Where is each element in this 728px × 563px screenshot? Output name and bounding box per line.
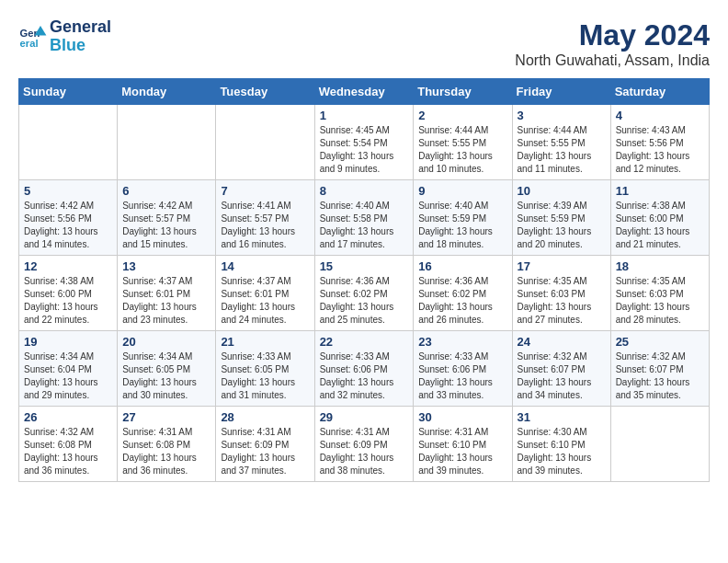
calendar-cell <box>118 105 216 180</box>
day-info: Sunrise: 4:31 AMSunset: 6:08 PMDaylight:… <box>122 426 210 477</box>
day-number: 19 <box>24 335 112 349</box>
day-number: 13 <box>122 259 210 273</box>
subtitle: North Guwahati, Assam, India <box>515 52 710 69</box>
calendar-cell: 23Sunrise: 4:33 AMSunset: 6:06 PMDayligh… <box>414 331 512 407</box>
day-number: 23 <box>418 335 506 349</box>
day-info: Sunrise: 4:34 AMSunset: 6:05 PMDaylight:… <box>122 350 210 402</box>
day-info: Sunrise: 4:45 AMSunset: 5:54 PMDaylight:… <box>320 124 409 176</box>
weekday-header-row: SundayMondayTuesdayWednesdayThursdayFrid… <box>19 79 710 105</box>
day-number: 24 <box>518 335 606 349</box>
day-info: Sunrise: 4:32 AMSunset: 6:07 PMDaylight:… <box>518 350 606 402</box>
calendar-cell: 3Sunrise: 4:44 AMSunset: 5:55 PMDaylight… <box>512 105 610 180</box>
logo-icon: Gen eral <box>18 22 48 52</box>
calendar-cell: 9Sunrise: 4:40 AMSunset: 5:59 PMDaylight… <box>414 180 512 256</box>
calendar-cell: 22Sunrise: 4:33 AMSunset: 6:06 PMDayligh… <box>314 331 414 407</box>
svg-text:eral: eral <box>20 38 39 49</box>
calendar-cell: 18Sunrise: 4:35 AMSunset: 6:03 PMDayligh… <box>610 256 709 331</box>
day-number: 14 <box>221 259 309 273</box>
calendar-cell: 24Sunrise: 4:32 AMSunset: 6:07 PMDayligh… <box>512 331 610 407</box>
day-number: 27 <box>122 410 210 424</box>
day-number: 2 <box>418 109 506 122</box>
weekday-header: Sunday <box>19 79 118 105</box>
day-number: 22 <box>320 335 409 349</box>
calendar-cell: 25Sunrise: 4:32 AMSunset: 6:07 PMDayligh… <box>610 331 709 407</box>
day-number: 30 <box>418 410 506 424</box>
day-info: Sunrise: 4:36 AMSunset: 6:02 PMDaylight:… <box>418 275 506 327</box>
calendar-week-row: 19Sunrise: 4:34 AMSunset: 6:04 PMDayligh… <box>19 331 710 407</box>
day-info: Sunrise: 4:39 AMSunset: 5:59 PMDaylight:… <box>518 200 606 251</box>
logo-text: General Blue <box>50 18 111 55</box>
day-info: Sunrise: 4:38 AMSunset: 6:00 PMDaylight:… <box>24 275 112 327</box>
calendar-cell: 16Sunrise: 4:36 AMSunset: 6:02 PMDayligh… <box>414 256 512 331</box>
day-info: Sunrise: 4:44 AMSunset: 5:55 PMDaylight:… <box>518 124 606 176</box>
day-info: Sunrise: 4:35 AMSunset: 6:03 PMDaylight:… <box>518 275 606 327</box>
calendar-cell: 13Sunrise: 4:37 AMSunset: 6:01 PMDayligh… <box>118 256 216 331</box>
calendar-cell: 19Sunrise: 4:34 AMSunset: 6:04 PMDayligh… <box>19 331 118 407</box>
day-number: 15 <box>320 259 409 273</box>
calendar-week-row: 12Sunrise: 4:38 AMSunset: 6:00 PMDayligh… <box>19 256 710 331</box>
day-info: Sunrise: 4:40 AMSunset: 5:58 PMDaylight:… <box>320 200 409 251</box>
day-info: Sunrise: 4:38 AMSunset: 6:00 PMDaylight:… <box>616 200 704 251</box>
day-info: Sunrise: 4:34 AMSunset: 6:04 PMDaylight:… <box>24 350 112 402</box>
calendar-cell: 21Sunrise: 4:33 AMSunset: 6:05 PMDayligh… <box>216 331 314 407</box>
day-number: 7 <box>221 184 309 198</box>
calendar-cell <box>610 407 709 482</box>
calendar-cell: 5Sunrise: 4:42 AMSunset: 5:56 PMDaylight… <box>19 180 118 256</box>
day-number: 16 <box>418 259 506 273</box>
calendar-cell: 15Sunrise: 4:36 AMSunset: 6:02 PMDayligh… <box>314 256 414 331</box>
day-number: 12 <box>24 259 112 273</box>
day-info: Sunrise: 4:42 AMSunset: 5:56 PMDaylight:… <box>24 200 112 251</box>
day-info: Sunrise: 4:32 AMSunset: 6:08 PMDaylight:… <box>24 426 112 477</box>
day-number: 21 <box>221 335 309 349</box>
calendar-cell: 26Sunrise: 4:32 AMSunset: 6:08 PMDayligh… <box>19 407 118 482</box>
day-info: Sunrise: 4:31 AMSunset: 6:09 PMDaylight:… <box>221 426 309 477</box>
logo: Gen eral General Blue <box>18 18 111 55</box>
day-info: Sunrise: 4:37 AMSunset: 6:01 PMDaylight:… <box>122 275 210 327</box>
header: Gen eral General Blue May 2024 North Guw… <box>18 18 710 69</box>
day-number: 11 <box>616 184 704 198</box>
calendar-cell: 17Sunrise: 4:35 AMSunset: 6:03 PMDayligh… <box>512 256 610 331</box>
day-info: Sunrise: 4:44 AMSunset: 5:55 PMDaylight:… <box>418 124 506 176</box>
day-info: Sunrise: 4:33 AMSunset: 6:06 PMDaylight:… <box>320 350 409 402</box>
day-info: Sunrise: 4:43 AMSunset: 5:56 PMDaylight:… <box>616 124 704 176</box>
calendar-cell: 4Sunrise: 4:43 AMSunset: 5:56 PMDaylight… <box>610 105 709 180</box>
day-number: 29 <box>320 410 409 424</box>
calendar: SundayMondayTuesdayWednesdayThursdayFrid… <box>18 78 710 482</box>
day-number: 28 <box>221 410 309 424</box>
calendar-cell: 8Sunrise: 4:40 AMSunset: 5:58 PMDaylight… <box>314 180 414 256</box>
calendar-cell: 1Sunrise: 4:45 AMSunset: 5:54 PMDaylight… <box>314 105 414 180</box>
day-info: Sunrise: 4:40 AMSunset: 5:59 PMDaylight:… <box>418 200 506 251</box>
calendar-cell: 10Sunrise: 4:39 AMSunset: 5:59 PMDayligh… <box>512 180 610 256</box>
day-info: Sunrise: 4:36 AMSunset: 6:02 PMDaylight:… <box>320 275 409 327</box>
calendar-cell: 28Sunrise: 4:31 AMSunset: 6:09 PMDayligh… <box>216 407 314 482</box>
calendar-cell: 7Sunrise: 4:41 AMSunset: 5:57 PMDaylight… <box>216 180 314 256</box>
day-info: Sunrise: 4:31 AMSunset: 6:09 PMDaylight:… <box>320 426 409 477</box>
calendar-cell: 11Sunrise: 4:38 AMSunset: 6:00 PMDayligh… <box>610 180 709 256</box>
day-info: Sunrise: 4:32 AMSunset: 6:07 PMDaylight:… <box>616 350 704 402</box>
calendar-cell: 12Sunrise: 4:38 AMSunset: 6:00 PMDayligh… <box>19 256 118 331</box>
calendar-cell: 31Sunrise: 4:30 AMSunset: 6:10 PMDayligh… <box>512 407 610 482</box>
day-number: 26 <box>24 410 112 424</box>
weekday-header: Wednesday <box>314 79 414 105</box>
calendar-cell <box>216 105 314 180</box>
calendar-week-row: 1Sunrise: 4:45 AMSunset: 5:54 PMDaylight… <box>19 105 710 180</box>
calendar-cell <box>19 105 118 180</box>
calendar-cell: 14Sunrise: 4:37 AMSunset: 6:01 PMDayligh… <box>216 256 314 331</box>
weekday-header: Monday <box>118 79 216 105</box>
calendar-cell: 6Sunrise: 4:42 AMSunset: 5:57 PMDaylight… <box>118 180 216 256</box>
calendar-cell: 2Sunrise: 4:44 AMSunset: 5:55 PMDaylight… <box>414 105 512 180</box>
day-info: Sunrise: 4:35 AMSunset: 6:03 PMDaylight:… <box>616 275 704 327</box>
day-number: 10 <box>518 184 606 198</box>
day-info: Sunrise: 4:41 AMSunset: 5:57 PMDaylight:… <box>221 200 309 251</box>
day-number: 8 <box>320 184 409 198</box>
main-title: May 2024 <box>515 18 710 52</box>
weekday-header: Saturday <box>610 79 709 105</box>
day-number: 25 <box>616 335 704 349</box>
calendar-cell: 30Sunrise: 4:31 AMSunset: 6:10 PMDayligh… <box>414 407 512 482</box>
day-info: Sunrise: 4:33 AMSunset: 6:05 PMDaylight:… <box>221 350 309 402</box>
day-number: 5 <box>24 184 112 198</box>
calendar-cell: 20Sunrise: 4:34 AMSunset: 6:05 PMDayligh… <box>118 331 216 407</box>
day-number: 4 <box>616 109 704 122</box>
day-number: 17 <box>518 259 606 273</box>
day-number: 1 <box>320 109 409 122</box>
